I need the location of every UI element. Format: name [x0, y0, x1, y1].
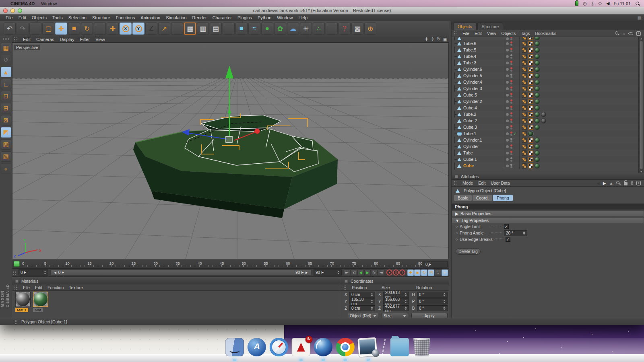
- material-item[interactable]: Mat: [33, 292, 48, 312]
- object-row[interactable]: Tube.4: [452, 53, 644, 60]
- app-menu-item[interactable]: Tools: [52, 15, 63, 20]
- render-visibility-dot[interactable]: [510, 115, 512, 117]
- render-visibility-dot[interactable]: [510, 134, 512, 136]
- separator[interactable]: [223, 23, 235, 35]
- battery-icon[interactable]: [575, 1, 578, 6]
- home-icon[interactable]: ⌂: [623, 31, 625, 36]
- layer-dot[interactable]: [506, 126, 509, 129]
- object-menu-item[interactable]: Edit: [475, 31, 482, 36]
- material-tag-icon[interactable]: [535, 80, 540, 85]
- viewport-grip[interactable]: [14, 37, 17, 42]
- object-name[interactable]: Tube.5: [463, 47, 502, 52]
- add-panel-icon[interactable]: +: [636, 181, 641, 185]
- x-axis-toggle[interactable]: X: [120, 23, 132, 35]
- material-item[interactable]: Mat.1: [15, 292, 31, 312]
- object-row[interactable]: Tube.6: [452, 40, 644, 47]
- layer-dot[interactable]: [506, 119, 509, 122]
- phong-tag-icon[interactable]: [528, 99, 533, 104]
- editor-visibility-dot[interactable]: [510, 132, 512, 134]
- checkbox[interactable]: ✓: [504, 224, 509, 229]
- uvw-tag-icon[interactable]: [522, 118, 527, 123]
- add-modeling-button[interactable]: ✿: [274, 23, 286, 35]
- phong-tag-icon[interactable]: [528, 157, 533, 162]
- object-menu-item[interactable]: Tags: [521, 31, 530, 36]
- phong-tag-icon[interactable]: [528, 67, 533, 72]
- editor-visibility-dot[interactable]: [510, 41, 512, 43]
- render-visibility-dot[interactable]: [510, 89, 512, 91]
- size-field[interactable]: 482.877 cm: [383, 305, 409, 311]
- delete-tag-button[interactable]: Delete Tag: [456, 248, 481, 255]
- disclosure-icon[interactable]: ▶: [455, 211, 458, 216]
- search-icon[interactable]: [616, 181, 621, 185]
- autokey-button[interactable]: O: [393, 269, 399, 276]
- separator[interactable]: [94, 23, 106, 35]
- uvw-tag-icon[interactable]: [522, 86, 527, 91]
- uvw-tag-icon[interactable]: [522, 73, 527, 78]
- material-tag-icon[interactable]: [535, 157, 540, 162]
- uvw-tag-icon[interactable]: [522, 47, 527, 53]
- render-visibility-dot[interactable]: [510, 50, 512, 52]
- uvw-tag-icon[interactable]: [522, 150, 527, 156]
- position-field[interactable]: 0 cm: [349, 305, 375, 311]
- chrome[interactable]: [336, 338, 355, 356]
- clock-icon[interactable]: ◷: [583, 1, 587, 6]
- editor-visibility-dot[interactable]: [510, 48, 512, 50]
- commander-button[interactable]: ▩: [351, 23, 363, 35]
- object-row[interactable]: Cylinder.2: [452, 98, 644, 105]
- rotate-button[interactable]: ↻: [81, 23, 93, 35]
- object-row[interactable]: Cylinder.5: [452, 72, 644, 79]
- app-menu-item[interactable]: Plugins: [237, 15, 252, 20]
- rotation-field[interactable]: 0 °: [417, 298, 448, 304]
- object-name[interactable]: Cylinder.4: [463, 80, 502, 84]
- layout-button[interactable]: ▦: [1, 43, 11, 53]
- object-menu-item[interactable]: Objects: [502, 31, 516, 36]
- attribute-tab[interactable]: Coord.: [473, 195, 493, 201]
- panel-icon[interactable]: [345, 280, 348, 283]
- uvw-mode-button[interactable]: ▨: [1, 139, 11, 150]
- render-visibility-dot[interactable]: [510, 76, 512, 78]
- play-button[interactable]: ▶: [364, 269, 371, 276]
- render-visibility-dot[interactable]: [510, 70, 512, 72]
- material-tag-icon[interactable]: [535, 150, 540, 156]
- palette-grip[interactable]: [13, 270, 17, 275]
- menubar-app-name[interactable]: CINEMA 4D: [10, 1, 35, 6]
- app-menu-item[interactable]: Window: [277, 15, 293, 20]
- live-selection-button[interactable]: ▢: [42, 23, 54, 35]
- editor-visibility-dot[interactable]: [510, 112, 512, 114]
- object-row[interactable]: Cylinder.4: [452, 79, 644, 85]
- extra-material-tag-icon[interactable]: [541, 112, 546, 117]
- layer-dot[interactable]: [506, 107, 509, 109]
- layer-dot[interactable]: [506, 81, 509, 84]
- render-visibility-dot[interactable]: [510, 63, 512, 65]
- maximize-view-icon[interactable]: ▣: [443, 37, 447, 42]
- editor-visibility-dot[interactable]: [510, 151, 512, 153]
- add-metaball-button[interactable]: ☁: [287, 23, 299, 35]
- make-editable-button[interactable]: ↺: [1, 55, 11, 65]
- render-visibility-dot[interactable]: [510, 128, 512, 130]
- object-row[interactable]: Tube.5: [452, 47, 644, 53]
- app-menu-item[interactable]: Help: [298, 15, 308, 20]
- photo-booth[interactable]: [357, 337, 377, 357]
- phong-tag-icon[interactable]: [528, 37, 533, 40]
- layer-dot[interactable]: [506, 62, 509, 64]
- attributes-menu-item[interactable]: Mode: [462, 181, 473, 185]
- phong-tag-icon[interactable]: [528, 105, 533, 111]
- stepper[interactable]: [442, 300, 446, 303]
- playback-mode-button[interactable]: ➤: [442, 269, 448, 276]
- record-keyframe-button[interactable]: ●: [386, 269, 392, 276]
- scroll-down-icon[interactable]: ▼: [640, 170, 643, 173]
- render-visibility-dot[interactable]: [510, 44, 512, 46]
- editor-visibility-dot[interactable]: [510, 86, 512, 88]
- layer-dot[interactable]: [506, 152, 509, 154]
- phong-tag-icon[interactable]: [528, 138, 533, 143]
- move-button[interactable]: ✚: [55, 23, 67, 35]
- object-name[interactable]: Cube.2: [463, 118, 502, 123]
- object-name[interactable]: Tube: [463, 150, 502, 155]
- object-name[interactable]: Cylinder: [463, 144, 502, 149]
- app-menu-item[interactable]: Render: [192, 15, 207, 20]
- app-menu-item[interactable]: Character: [213, 15, 232, 20]
- object-row[interactable]: Cylinder.1: [452, 137, 644, 143]
- current-frame-marker[interactable]: [14, 261, 20, 267]
- object-row[interactable]: Cylinder: [452, 143, 644, 150]
- layer-dot[interactable]: [506, 94, 509, 97]
